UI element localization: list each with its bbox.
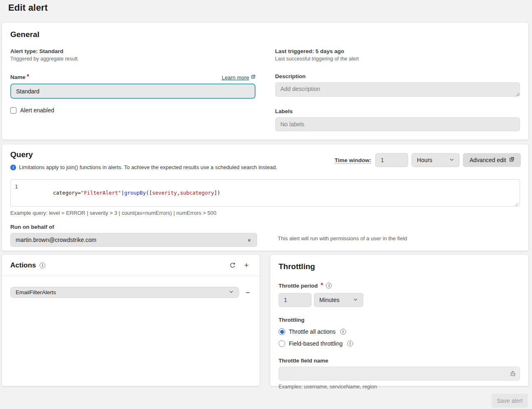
- run-on-behalf-hint: This alert will run with permissions of …: [278, 235, 407, 242]
- resize-handle-icon[interactable]: [515, 201, 518, 205]
- code-close-paren: ]): [214, 190, 220, 196]
- advanced-edit-label: Advanced edit: [469, 157, 506, 163]
- required-asterisk: *: [321, 282, 323, 289]
- labels-input[interactable]: [275, 117, 520, 131]
- alert-enabled-label: Alert enabled: [20, 107, 54, 114]
- code-operator: =: [78, 190, 81, 196]
- action-select-value: EmailFilterAlerts: [16, 289, 56, 295]
- general-heading: General: [10, 30, 520, 39]
- throttle-period-input[interactable]: [279, 293, 311, 307]
- time-window-label: Time window:: [335, 157, 371, 163]
- code-function: groupBy: [124, 190, 146, 196]
- field-based-throttling-option[interactable]: Field-based throttling i: [279, 340, 520, 347]
- field-based-throttling-label: Field-based throttling: [289, 340, 343, 347]
- description-input[interactable]: [275, 82, 520, 97]
- add-action-icon[interactable]: +: [242, 260, 251, 270]
- actions-section: Actions i + EmailFilterAlerts: [2, 254, 260, 386]
- info-icon: i: [39, 263, 45, 268]
- example-query-text: Example query: level = ERROR | severity …: [10, 210, 520, 216]
- action-row: EmailFilterAlerts −: [10, 287, 251, 298]
- info-icon: i: [340, 329, 346, 335]
- last-triggered-label: Last triggered: 5 days ago: [275, 48, 520, 54]
- general-section: General Alert type: Standard Triggered b…: [2, 22, 529, 140]
- save-alert-button[interactable]: Save alert: [492, 394, 528, 408]
- chevron-down-icon: [229, 289, 234, 295]
- alert-type-subtext: Triggered by aggregate result: [10, 56, 256, 62]
- external-link-icon: [251, 74, 256, 81]
- clear-icon[interactable]: ×: [246, 237, 252, 244]
- time-window-unit-select[interactable]: Hours: [411, 153, 460, 167]
- run-on-behalf-label: Run on behalf of: [10, 224, 520, 230]
- general-right-column: Last triggered: 5 days ago Last successf…: [275, 48, 520, 131]
- action-select[interactable]: EmailFilterAlerts: [10, 287, 239, 298]
- query-section: Query i Limitations apply to join() func…: [2, 144, 529, 251]
- required-asterisk: *: [27, 73, 29, 80]
- throttle-unit-value: Minutes: [319, 297, 339, 303]
- general-left-column: Alert type: Standard Triggered by aggreg…: [10, 48, 256, 131]
- throttle-field-name-input: [279, 367, 520, 381]
- description-label: Description: [275, 73, 306, 79]
- page-title: Edit alert: [0, 0, 532, 13]
- time-window-input[interactable]: [375, 153, 408, 167]
- plus-icon: +: [244, 261, 249, 269]
- info-icon: i: [326, 283, 332, 288]
- query-info-text: Limitations apply to join() functions in…: [19, 164, 277, 170]
- throttling-heading: Throttling: [279, 262, 520, 271]
- code-pipe: |: [121, 190, 124, 196]
- throttling-mode-label: Throttling: [279, 317, 520, 323]
- run-on-behalf-value: martin.brown@crowdstrike.com: [16, 237, 96, 243]
- run-on-behalf-input[interactable]: martin.brown@crowdstrike.com ×: [10, 233, 257, 247]
- last-triggered-subtext: Last successful triggering of the alert: [275, 56, 520, 62]
- info-icon: i: [347, 341, 353, 346]
- code-field: category: [53, 190, 78, 196]
- code-arg2: subcategory: [180, 190, 214, 196]
- editor-line-number: 1: [15, 184, 18, 202]
- chevron-down-icon: [449, 157, 454, 163]
- throttle-all-actions-option[interactable]: Throttle all actions i: [279, 328, 520, 335]
- time-window-unit-value: Hours: [417, 157, 432, 163]
- info-icon: i: [10, 165, 16, 170]
- lock-icon: [510, 370, 516, 378]
- throttle-unit-select[interactable]: Minutes: [314, 293, 363, 307]
- code-string: "FilterAlert": [81, 190, 121, 196]
- advanced-edit-button[interactable]: Advanced edit: [463, 153, 521, 167]
- throttling-section: Throttling Throttle period* i Minutes Th…: [270, 254, 529, 386]
- learn-more-link[interactable]: Learn more: [222, 74, 255, 81]
- chevron-down-icon: [353, 297, 358, 303]
- external-link-icon: [509, 157, 514, 163]
- throttle-all-actions-label: Throttle all actions: [289, 328, 336, 335]
- name-label: Name: [10, 74, 26, 80]
- throttle-examples-hint: Examples: username, serviceName, region: [279, 384, 520, 390]
- remove-action-button[interactable]: −: [246, 289, 250, 296]
- edit-alert-page: Edit alert General Alert type: Standard …: [0, 0, 532, 409]
- query-editor[interactable]: 1 category="FilterAlert"|groupBy([severi…: [10, 179, 520, 207]
- code-open-paren: ([: [146, 190, 152, 196]
- alert-type-label: Alert type: Standard: [10, 48, 256, 54]
- refresh-icon[interactable]: [228, 260, 237, 270]
- code-arg1: severity: [152, 190, 177, 196]
- radio-unselected-icon[interactable]: [279, 340, 285, 347]
- throttle-field-name-label: Throttle field name: [279, 358, 520, 364]
- learn-more-label: Learn more: [222, 74, 249, 81]
- time-window-controls: Time window: Hours Advanced edit: [335, 153, 521, 167]
- actions-heading: Actions: [10, 261, 36, 270]
- alert-enabled-checkbox[interactable]: [10, 107, 16, 114]
- labels-label: Labels: [275, 108, 293, 114]
- radio-selected-icon[interactable]: [279, 328, 285, 335]
- name-input[interactable]: [10, 84, 256, 99]
- throttle-period-label: Throttle period: [279, 283, 318, 289]
